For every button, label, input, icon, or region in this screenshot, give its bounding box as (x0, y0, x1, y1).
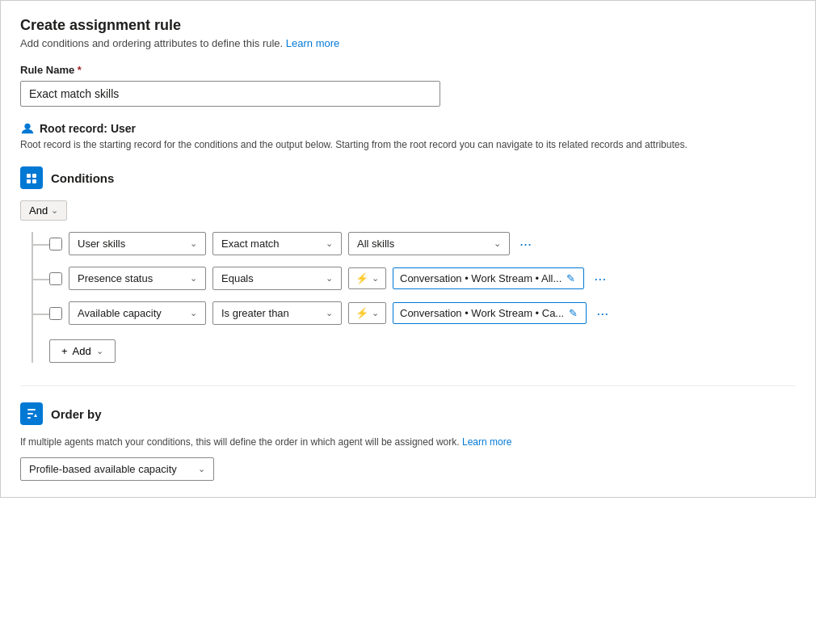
conditions-section: Conditions And ⌄ User skills ⌄ Exact mat… (20, 166, 796, 363)
value-with-edit-2[interactable]: Conversation • Work Stream • All... ✎ (393, 267, 584, 289)
chevron-down-icon: ⌄ (326, 273, 333, 284)
conditions-tree: User skills ⌄ Exact match ⌄ All skills ⌄… (32, 232, 796, 363)
order-by-dropdown[interactable]: Profile-based available capacity ⌄ (20, 457, 214, 481)
more-options-button-2[interactable]: ··· (591, 271, 609, 286)
chevron-down-icon: ⌄ (190, 308, 197, 318)
more-options-button-3[interactable]: ··· (593, 306, 612, 321)
conditions-icon (20, 166, 43, 189)
field-dropdown-3[interactable]: Available capacity ⌄ (69, 301, 206, 325)
condition-checkbox-2[interactable] (49, 272, 62, 285)
section-divider (20, 385, 796, 386)
operator-dropdown-3[interactable]: Is greater than ⌄ (212, 301, 342, 325)
field-dropdown-1[interactable]: User skills ⌄ (69, 232, 206, 255)
edit-icon: ✎ (569, 307, 578, 319)
lightning-icon: ⚡ (355, 272, 368, 284)
svg-rect-6 (27, 413, 33, 415)
page-title: Create assignment rule (20, 17, 796, 34)
learn-more-link[interactable]: Learn more (286, 37, 339, 49)
order-by-section: Order by If multiple agents match your c… (20, 402, 796, 481)
chevron-down-icon: ⌄ (326, 238, 333, 249)
page-subtitle: Add conditions and ordering attributes t… (20, 37, 796, 49)
conditions-header: Conditions (20, 166, 796, 189)
svg-rect-7 (27, 417, 31, 419)
chevron-down-icon: ⌄ (51, 205, 58, 216)
lightning-icon: ⚡ (355, 307, 368, 319)
chevron-down-icon: ⌄ (96, 346, 103, 356)
root-record-section: Root record: User Root record is the sta… (20, 121, 796, 150)
svg-rect-4 (32, 179, 36, 183)
svg-rect-2 (32, 174, 36, 178)
order-by-description: If multiple agents match your conditions… (20, 436, 796, 448)
and-button[interactable]: And ⌄ (20, 200, 67, 221)
svg-point-0 (24, 124, 30, 129)
condition-row: Presence status ⌄ Equals ⌄ ⚡ ⌄ Conversat… (33, 267, 796, 290)
field-dropdown-2[interactable]: Presence status ⌄ (69, 267, 206, 290)
edit-icon: ✎ (566, 272, 575, 284)
svg-rect-3 (27, 179, 31, 183)
value-dropdown-1[interactable]: All skills ⌄ (348, 232, 510, 255)
rule-name-label: Rule Name * (20, 64, 796, 76)
operator-dropdown-1[interactable]: Exact match ⌄ (212, 232, 342, 255)
value-with-edit-3[interactable]: Conversation • Work Stream • Ca... ✎ (393, 302, 587, 324)
chevron-down-icon: ⌄ (372, 308, 379, 318)
user-icon (20, 121, 35, 136)
chevron-down-icon: ⌄ (198, 464, 205, 474)
condition-row: User skills ⌄ Exact match ⌄ All skills ⌄… (33, 232, 796, 255)
condition-checkbox-3[interactable] (49, 307, 62, 320)
order-by-header: Order by (20, 402, 796, 425)
order-by-icon (20, 402, 43, 425)
svg-rect-5 (27, 409, 36, 410)
chevron-down-icon: ⌄ (372, 273, 379, 284)
condition-row: Available capacity ⌄ Is greater than ⌄ ⚡… (33, 301, 796, 325)
lightning-button-2[interactable]: ⚡ ⌄ (348, 267, 386, 289)
plus-icon: + (61, 345, 68, 357)
add-condition-button[interactable]: + Add ⌄ (49, 339, 116, 363)
lightning-button-3[interactable]: ⚡ ⌄ (348, 302, 386, 324)
svg-marker-8 (34, 414, 37, 417)
root-record-title: Root record: User (20, 121, 796, 136)
chevron-down-icon: ⌄ (326, 308, 333, 318)
condition-checkbox-1[interactable] (49, 238, 62, 250)
chevron-down-icon: ⌄ (190, 273, 197, 284)
rule-name-input[interactable] (20, 81, 440, 107)
chevron-down-icon: ⌄ (190, 238, 197, 249)
more-options-button-1[interactable]: ··· (516, 237, 535, 251)
operator-dropdown-2[interactable]: Equals ⌄ (212, 267, 342, 290)
order-by-learn-more[interactable]: Learn more (462, 436, 511, 448)
chevron-down-icon: ⌄ (494, 238, 501, 249)
svg-rect-1 (27, 174, 31, 178)
